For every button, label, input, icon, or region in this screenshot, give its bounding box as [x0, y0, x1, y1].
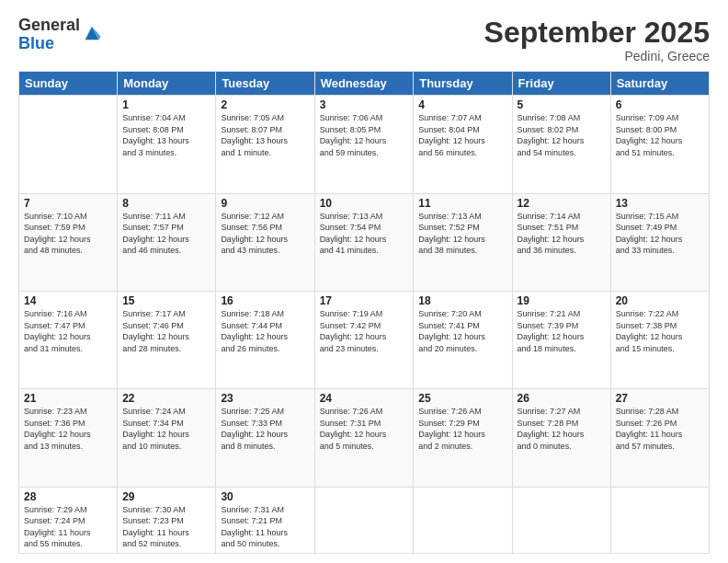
- calendar-cell: 18Sunrise: 7:20 AM Sunset: 7:41 PM Dayli…: [414, 291, 512, 388]
- day-number: 18: [418, 294, 506, 307]
- day-info: Sunrise: 7:14 AM Sunset: 7:51 PM Dayligh…: [518, 211, 606, 257]
- calendar-cell: 22Sunrise: 7:24 AM Sunset: 7:34 PM Dayli…: [118, 389, 216, 487]
- calendar-header-friday: Friday: [512, 72, 610, 96]
- day-number: 3: [320, 98, 409, 111]
- calendar-cell: 19Sunrise: 7:21 AM Sunset: 7:39 PM Dayli…: [512, 291, 610, 388]
- day-info: Sunrise: 7:30 AM Sunset: 7:23 PM Dayligh…: [122, 504, 210, 550]
- day-info: Sunrise: 7:19 AM Sunset: 7:42 PM Dayligh…: [320, 308, 409, 354]
- day-number: 5: [518, 98, 606, 111]
- day-number: 21: [24, 392, 112, 405]
- day-info: Sunrise: 7:28 AM Sunset: 7:26 PM Dayligh…: [616, 406, 704, 452]
- calendar-header-row: SundayMondayTuesdayWednesdayThursdayFrid…: [19, 72, 710, 96]
- day-info: Sunrise: 7:04 AM Sunset: 8:08 PM Dayligh…: [122, 112, 210, 158]
- day-number: 11: [418, 197, 506, 210]
- logo-icon: [82, 23, 102, 43]
- day-info: Sunrise: 7:22 AM Sunset: 7:38 PM Dayligh…: [616, 308, 704, 354]
- day-info: Sunrise: 7:20 AM Sunset: 7:41 PM Dayligh…: [418, 308, 506, 354]
- calendar-cell: 2Sunrise: 7:05 AM Sunset: 8:07 PM Daylig…: [216, 96, 314, 193]
- calendar-header-saturday: Saturday: [610, 72, 709, 96]
- calendar-cell: 10Sunrise: 7:13 AM Sunset: 7:54 PM Dayli…: [314, 193, 414, 291]
- day-number: 6: [616, 98, 704, 111]
- calendar-cell: 17Sunrise: 7:19 AM Sunset: 7:42 PM Dayli…: [314, 291, 414, 388]
- day-number: 15: [122, 294, 210, 307]
- day-info: Sunrise: 7:13 AM Sunset: 7:54 PM Dayligh…: [320, 211, 409, 257]
- day-number: 30: [221, 490, 309, 503]
- calendar-cell: [512, 487, 610, 553]
- calendar-cell: 30Sunrise: 7:31 AM Sunset: 7:21 PM Dayli…: [216, 487, 314, 553]
- day-info: Sunrise: 7:26 AM Sunset: 7:29 PM Dayligh…: [418, 406, 506, 452]
- calendar-cell: 14Sunrise: 7:16 AM Sunset: 7:47 PM Dayli…: [19, 291, 118, 388]
- calendar-cell: 8Sunrise: 7:11 AM Sunset: 7:57 PM Daylig…: [118, 193, 216, 291]
- day-info: Sunrise: 7:12 AM Sunset: 7:56 PM Dayligh…: [221, 211, 309, 257]
- calendar-cell: 1Sunrise: 7:04 AM Sunset: 8:08 PM Daylig…: [118, 96, 216, 193]
- calendar-cell: 13Sunrise: 7:15 AM Sunset: 7:49 PM Dayli…: [610, 193, 709, 291]
- day-number: 9: [221, 197, 309, 210]
- logo-text: General Blue: [18, 17, 80, 53]
- calendar-header-wednesday: Wednesday: [314, 72, 414, 96]
- day-number: 23: [221, 392, 309, 405]
- calendar-cell: [314, 487, 414, 553]
- day-number: 4: [418, 98, 506, 111]
- day-info: Sunrise: 7:06 AM Sunset: 8:05 PM Dayligh…: [320, 112, 409, 158]
- calendar-week-5: 28Sunrise: 7:29 AM Sunset: 7:24 PM Dayli…: [19, 487, 710, 553]
- day-number: 17: [320, 294, 409, 307]
- logo: General Blue: [18, 17, 102, 53]
- day-number: 24: [320, 392, 409, 405]
- logo-blue: Blue: [18, 35, 80, 53]
- calendar-week-3: 14Sunrise: 7:16 AM Sunset: 7:47 PM Dayli…: [19, 291, 710, 388]
- calendar-cell: 25Sunrise: 7:26 AM Sunset: 7:29 PM Dayli…: [414, 389, 512, 487]
- day-info: Sunrise: 7:31 AM Sunset: 7:21 PM Dayligh…: [221, 504, 309, 550]
- day-number: 20: [616, 294, 704, 307]
- calendar-cell: [610, 487, 709, 553]
- day-info: Sunrise: 7:07 AM Sunset: 8:04 PM Dayligh…: [418, 112, 506, 158]
- calendar-week-4: 21Sunrise: 7:23 AM Sunset: 7:36 PM Dayli…: [19, 389, 710, 487]
- calendar-cell: [19, 96, 118, 193]
- calendar-cell: 23Sunrise: 7:25 AM Sunset: 7:33 PM Dayli…: [216, 389, 314, 487]
- day-number: 7: [24, 197, 112, 210]
- calendar-header-monday: Monday: [118, 72, 216, 96]
- day-number: 27: [616, 392, 704, 405]
- logo-general: General: [18, 17, 80, 35]
- calendar-header-tuesday: Tuesday: [216, 72, 314, 96]
- day-number: 22: [122, 392, 210, 405]
- day-number: 13: [616, 197, 704, 210]
- day-number: 16: [221, 294, 309, 307]
- day-number: 2: [221, 98, 309, 111]
- day-number: 29: [122, 490, 210, 503]
- day-info: Sunrise: 7:15 AM Sunset: 7:49 PM Dayligh…: [616, 211, 704, 257]
- calendar-cell: 29Sunrise: 7:30 AM Sunset: 7:23 PM Dayli…: [118, 487, 216, 553]
- calendar-header-thursday: Thursday: [414, 72, 512, 96]
- calendar-week-1: 1Sunrise: 7:04 AM Sunset: 8:08 PM Daylig…: [19, 96, 710, 193]
- day-number: 28: [24, 490, 112, 503]
- day-info: Sunrise: 7:09 AM Sunset: 8:00 PM Dayligh…: [616, 112, 704, 158]
- calendar-cell: 9Sunrise: 7:12 AM Sunset: 7:56 PM Daylig…: [216, 193, 314, 291]
- location: Pedini, Greece: [484, 49, 710, 63]
- day-info: Sunrise: 7:08 AM Sunset: 8:02 PM Dayligh…: [518, 112, 606, 158]
- calendar-cell: 7Sunrise: 7:10 AM Sunset: 7:59 PM Daylig…: [19, 193, 118, 291]
- calendar-cell: 6Sunrise: 7:09 AM Sunset: 8:00 PM Daylig…: [610, 96, 709, 193]
- day-info: Sunrise: 7:27 AM Sunset: 7:28 PM Dayligh…: [518, 406, 606, 452]
- month-title: September 2025: [484, 17, 710, 49]
- calendar-cell: 11Sunrise: 7:13 AM Sunset: 7:52 PM Dayli…: [414, 193, 512, 291]
- calendar-cell: 21Sunrise: 7:23 AM Sunset: 7:36 PM Dayli…: [19, 389, 118, 487]
- day-info: Sunrise: 7:24 AM Sunset: 7:34 PM Dayligh…: [122, 406, 210, 452]
- title-block: September 2025 Pedini, Greece: [484, 17, 710, 63]
- day-info: Sunrise: 7:17 AM Sunset: 7:46 PM Dayligh…: [122, 308, 210, 354]
- day-info: Sunrise: 7:16 AM Sunset: 7:47 PM Dayligh…: [24, 308, 112, 354]
- day-info: Sunrise: 7:26 AM Sunset: 7:31 PM Dayligh…: [320, 406, 409, 452]
- calendar-week-2: 7Sunrise: 7:10 AM Sunset: 7:59 PM Daylig…: [19, 193, 710, 291]
- day-number: 10: [320, 197, 409, 210]
- calendar-cell: 20Sunrise: 7:22 AM Sunset: 7:38 PM Dayli…: [610, 291, 709, 388]
- day-info: Sunrise: 7:05 AM Sunset: 8:07 PM Dayligh…: [221, 112, 309, 158]
- calendar-header-sunday: Sunday: [19, 72, 118, 96]
- day-info: Sunrise: 7:23 AM Sunset: 7:36 PM Dayligh…: [24, 406, 112, 452]
- calendar-cell: 28Sunrise: 7:29 AM Sunset: 7:24 PM Dayli…: [19, 487, 118, 553]
- day-info: Sunrise: 7:13 AM Sunset: 7:52 PM Dayligh…: [418, 211, 506, 257]
- day-info: Sunrise: 7:29 AM Sunset: 7:24 PM Dayligh…: [24, 504, 112, 550]
- day-number: 25: [418, 392, 506, 405]
- day-info: Sunrise: 7:25 AM Sunset: 7:33 PM Dayligh…: [221, 406, 309, 452]
- calendar-cell: 5Sunrise: 7:08 AM Sunset: 8:02 PM Daylig…: [512, 96, 610, 193]
- day-number: 12: [518, 197, 606, 210]
- calendar-cell: 12Sunrise: 7:14 AM Sunset: 7:51 PM Dayli…: [512, 193, 610, 291]
- calendar: SundayMondayTuesdayWednesdayThursdayFrid…: [18, 71, 710, 554]
